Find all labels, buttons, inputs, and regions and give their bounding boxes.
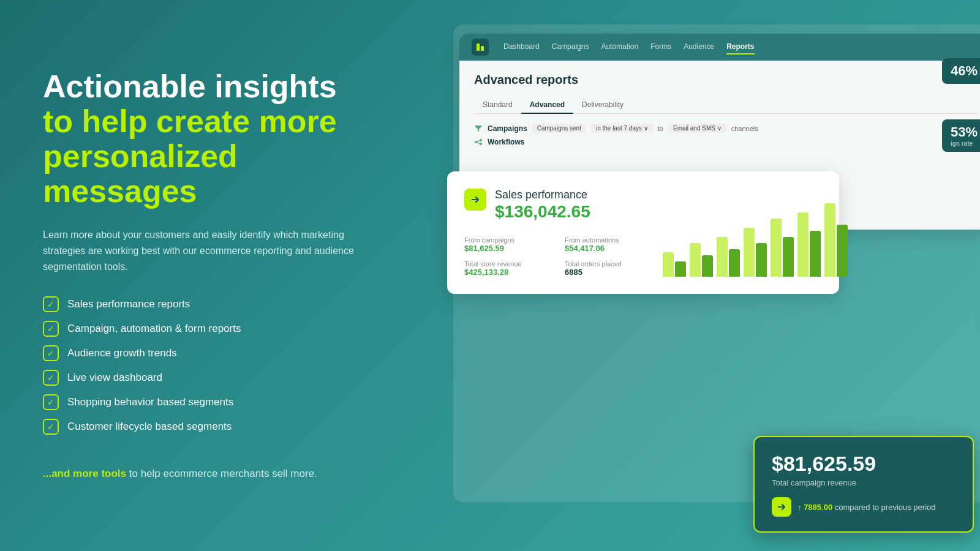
cta-highlight: ...and more tools xyxy=(43,468,126,479)
revenue-compare: ↑ 7885.00 compared to previous period xyxy=(797,503,936,512)
revenue-footer: ↑ 7885.00 compared to previous period xyxy=(772,497,956,517)
bar-dark-3 xyxy=(729,249,740,277)
bar-light-3 xyxy=(717,237,728,277)
bar-light-2 xyxy=(690,243,701,277)
nav-audience[interactable]: Audience xyxy=(684,40,714,54)
badge-53-percent: 53% ign rate xyxy=(942,119,980,152)
stat-from-automations-label: From automations xyxy=(565,236,650,244)
stat-from-automations: From automations $54,417.06 xyxy=(565,236,650,253)
badge-53-value: 53% xyxy=(951,124,978,140)
bar-light-4 xyxy=(744,228,755,277)
feature-label-2: Campaign, automation & form reports xyxy=(67,323,241,335)
stat-from-automations-value: $54,417.06 xyxy=(565,244,650,253)
svg-point-2 xyxy=(475,141,477,143)
sales-stats: From campaigns $81,625.59 From automatio… xyxy=(464,236,650,277)
stat-total-orders: Total orders placed 6885 xyxy=(565,260,650,277)
stat-from-campaigns: From campaigns $81,625.59 xyxy=(464,236,550,253)
check-icon-4: ✓ xyxy=(43,370,59,386)
svg-rect-0 xyxy=(477,43,480,51)
bar-dark-2 xyxy=(702,255,713,277)
revenue-arrow-icon[interactable] xyxy=(772,497,791,517)
cta-suffix: to help ecommerce merchants sell more. xyxy=(129,468,317,479)
bar-dark-1 xyxy=(675,261,686,277)
sales-chart xyxy=(663,203,822,277)
check-icon-6: ✓ xyxy=(43,419,59,435)
feature-label-1: Sales performance reports xyxy=(67,298,190,310)
check-icon-2: ✓ xyxy=(43,321,59,337)
filter-campaigns-sent[interactable]: Campaigns sent xyxy=(532,124,586,133)
sales-performance-card: Sales performance $136,042.65 From campa… xyxy=(447,171,839,294)
badge-53-sublabel: ign rate xyxy=(951,140,978,147)
stat-from-campaigns-label: From campaigns xyxy=(464,236,550,244)
feature-label-3: Audience growth trends xyxy=(67,347,177,359)
nav-reports[interactable]: Reports xyxy=(726,40,754,54)
bar-group-4 xyxy=(744,228,767,277)
stat-from-campaigns-value: $81,625.59 xyxy=(464,244,550,253)
filter-channels-label: channels xyxy=(731,125,758,132)
bar-dark-5 xyxy=(783,237,794,277)
svg-point-4 xyxy=(480,143,482,145)
sales-title-block: Sales performance $136,042.65 xyxy=(495,189,590,222)
feature-item-6: ✓ Customer lifecycle based segments xyxy=(43,419,380,435)
check-icon-1: ✓ xyxy=(43,296,59,312)
stat-total-revenue-label: Total store revenue xyxy=(464,260,550,268)
check-icon-5: ✓ xyxy=(43,394,59,410)
check-icon-3: ✓ xyxy=(43,345,59,361)
bar-light-1 xyxy=(663,252,674,277)
nav-dashboard[interactable]: Dashboard xyxy=(503,40,540,54)
feature-item-2: ✓ Campaign, automation & form reports xyxy=(43,321,380,337)
filter-to-label: to xyxy=(658,125,663,132)
bar-group-7 xyxy=(824,203,848,277)
filter-last-7-days[interactable]: in the last 7 days ∨ xyxy=(591,124,653,133)
nav-automation[interactable]: Automation xyxy=(601,40,638,54)
report-tabs: Standard Advanced Deliverability xyxy=(474,97,978,114)
revenue-label: Total campaign revenue xyxy=(772,478,956,487)
reports-title: Advanced reports xyxy=(474,73,978,87)
bar-light-5 xyxy=(771,219,782,277)
bar-light-7 xyxy=(824,203,835,277)
bar-group-2 xyxy=(690,243,713,277)
revenue-card: $81,625.59 Total campaign revenue ↑ 7885… xyxy=(753,436,974,533)
bar-light-6 xyxy=(797,212,809,277)
badge-46-percent: 46% xyxy=(942,58,980,84)
sales-arrow-icon xyxy=(464,189,486,211)
svg-line-5 xyxy=(477,140,480,142)
tab-advanced[interactable]: Advanced xyxy=(521,97,573,114)
feature-label-4: Live view dashboard xyxy=(67,372,162,384)
revenue-up-arrow: ↑ xyxy=(797,503,804,512)
nav-forms[interactable]: Forms xyxy=(650,40,671,54)
stat-total-revenue-value: $425,133.28 xyxy=(464,268,550,277)
app-nav: Dashboard Campaigns Automation Forms Aud… xyxy=(459,34,980,61)
nav-campaigns[interactable]: Campaigns xyxy=(552,40,589,54)
svg-rect-1 xyxy=(481,46,484,51)
revenue-compare-value: 7885.00 xyxy=(804,503,832,512)
sales-title: Sales performance xyxy=(495,189,590,202)
feature-list: ✓ Sales performance reports ✓ Campaign, … xyxy=(43,296,380,443)
nav-items: Dashboard Campaigns Automation Forms Aud… xyxy=(503,40,980,54)
revenue-amount: $81,625.59 xyxy=(772,452,956,476)
bar-chart xyxy=(663,203,822,277)
app-content: Advanced reports Standard Advanced Deliv… xyxy=(459,61,980,163)
svg-point-3 xyxy=(480,139,482,141)
app-logo xyxy=(472,39,489,56)
left-panel: Actionable insights to help create more … xyxy=(0,0,417,551)
subheading: Learn more about your customers and easi… xyxy=(43,227,380,274)
workflows-icon xyxy=(474,138,483,146)
feature-label-5: Shopping behavior based segments xyxy=(67,396,233,408)
bar-group-1 xyxy=(663,252,686,277)
feature-item-4: ✓ Live view dashboard xyxy=(43,370,380,386)
sales-left: Sales performance $136,042.65 From campa… xyxy=(464,189,650,277)
bar-group-5 xyxy=(771,219,794,277)
bar-dark-7 xyxy=(837,225,848,277)
revenue-compare-suffix: compared to previous period xyxy=(835,503,936,512)
headline-white: Actionable insights xyxy=(43,69,337,104)
badge-46-value: 46% xyxy=(951,63,978,78)
workflows-label: Workflows xyxy=(488,138,524,146)
tab-deliverability[interactable]: Deliverability xyxy=(573,97,632,113)
filter-email-sms[interactable]: Email and SMS ∨ xyxy=(668,124,726,133)
tab-standard[interactable]: Standard xyxy=(474,97,521,113)
stat-total-orders-value: 6885 xyxy=(565,268,650,277)
bar-group-3 xyxy=(717,237,740,277)
campaigns-icon xyxy=(474,124,483,133)
headline: Actionable insights to help create more … xyxy=(43,69,380,209)
